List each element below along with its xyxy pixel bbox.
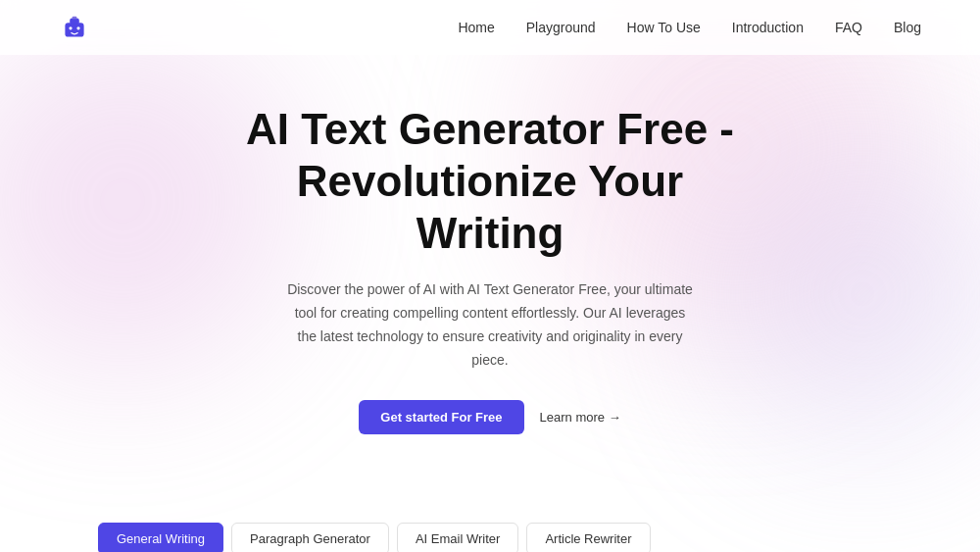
hero-buttons: Get started For Free Learn more → [20, 400, 960, 434]
hero-section: AI Text Generator Free -Revolutionize Yo… [0, 55, 980, 464]
svg-rect-0 [65, 23, 83, 36]
hero-title: AI Text Generator Free -Revolutionize Yo… [20, 104, 960, 259]
nav-home[interactable]: Home [458, 20, 494, 35]
tab-article-rewriter[interactable]: Article Rewriter [526, 523, 650, 552]
learn-more-button[interactable]: Learn more → [540, 410, 621, 425]
tab-paragraph-generator[interactable]: Paragraph Generator [231, 523, 389, 552]
nav-links: Home Playground How To Use Introduction … [458, 20, 921, 35]
hero-subtitle: Discover the power of AI with AI Text Ge… [284, 278, 696, 372]
navbar: Home Playground How To Use Introduction … [0, 0, 980, 55]
svg-point-3 [76, 26, 79, 29]
tabs-row: General Writing Paragraph Generator AI E… [98, 523, 882, 552]
get-started-button[interactable]: Get started For Free [359, 400, 523, 434]
logo-icon [59, 12, 90, 43]
nav-faq[interactable]: FAQ [835, 20, 862, 35]
tab-ai-email-writer[interactable]: AI Email Writer [397, 523, 518, 552]
svg-rect-4 [73, 17, 77, 19]
tab-general-writing[interactable]: General Writing [98, 523, 223, 552]
nav-introduction[interactable]: Introduction [732, 20, 804, 35]
logo[interactable] [59, 12, 90, 43]
tools-section: General Writing Paragraph Generator AI E… [0, 464, 980, 552]
svg-rect-1 [70, 18, 79, 24]
svg-point-2 [69, 26, 72, 29]
nav-playground[interactable]: Playground [526, 20, 596, 35]
nav-blog[interactable]: Blog [894, 20, 921, 35]
nav-how-to-use[interactable]: How To Use [627, 20, 701, 35]
